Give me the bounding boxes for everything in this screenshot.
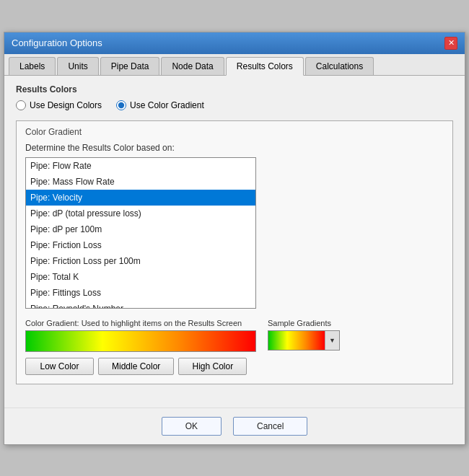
gradient-row: Color Gradient: Used to highlight items … — [25, 319, 444, 352]
sample-section: Sample Gradients ▼ — [268, 319, 340, 351]
title-bar: Configuration Options ✕ — [4, 32, 465, 54]
gradient-label: Color Gradient: Used to highlight items … — [25, 319, 256, 327]
gradient-bar — [25, 330, 256, 352]
dropdown-arrow-icon: ▼ — [325, 331, 339, 350]
color-gradient-group: Color Gradient Determine the Results Col… — [16, 120, 453, 384]
list-item[interactable]: Pipe: Velocity — [26, 190, 255, 206]
list-item[interactable]: Pipe: Fittings Loss — [26, 285, 255, 301]
list-item[interactable]: Pipe: Mass Flow Rate — [26, 174, 255, 190]
tab-bar: Labels Units Pipe Data Node Data Results… — [4, 54, 465, 76]
color-buttons: Low Color Middle Color High Color — [25, 358, 444, 375]
list-item[interactable]: Pipe: Friction Loss per 100m — [26, 253, 255, 269]
tab-pipe-data[interactable]: Pipe Data — [100, 57, 160, 75]
group-box-title: Color Gradient — [25, 127, 444, 137]
cancel-button[interactable]: Cancel — [233, 417, 307, 436]
list-item[interactable]: Pipe: dP per 100m — [26, 221, 255, 237]
high-color-button[interactable]: High Color — [178, 358, 247, 375]
section-title: Results Colors — [16, 84, 453, 94]
sample-gradient-preview — [268, 331, 325, 350]
sample-dropdown[interactable]: ▼ — [268, 330, 340, 351]
ok-button[interactable]: OK — [162, 417, 222, 436]
list-item[interactable]: Pipe: Flow Rate — [26, 158, 255, 174]
determine-label: Determine the Results Color based on: — [25, 143, 444, 153]
list-item[interactable]: Pipe: dP (total pressure loss) — [26, 206, 255, 221]
radio-color-gradient[interactable]: Use Color Gradient — [116, 100, 204, 110]
configuration-window: Configuration Options ✕ Labels Units Pip… — [4, 32, 465, 445]
radio-input-gradient[interactable] — [116, 100, 126, 110]
tab-units[interactable]: Units — [57, 57, 98, 75]
radio-gradient-label: Use Color Gradient — [130, 100, 204, 110]
tab-calculations[interactable]: Calculations — [305, 57, 374, 75]
list-item[interactable]: Pipe: Friction Loss — [26, 237, 255, 253]
close-button[interactable]: ✕ — [444, 37, 457, 50]
radio-group: Use Design Colors Use Color Gradient — [16, 100, 453, 110]
window-title: Configuration Options — [12, 38, 102, 48]
radio-input-design[interactable] — [16, 100, 26, 110]
list-item[interactable]: Pipe: Total K — [26, 269, 255, 285]
content-area: Results Colors Use Design Colors Use Col… — [4, 76, 465, 402]
radio-design-colors[interactable]: Use Design Colors — [16, 100, 102, 110]
close-icon: ✕ — [448, 38, 455, 48]
results-list[interactable]: Pipe: Flow RatePipe: Mass Flow RatePipe:… — [25, 157, 256, 309]
radio-design-label: Use Design Colors — [30, 100, 102, 110]
gradient-left: Color Gradient: Used to highlight items … — [25, 319, 256, 352]
tab-labels[interactable]: Labels — [9, 57, 56, 75]
footer: OK Cancel — [4, 407, 465, 444]
sample-label: Sample Gradients — [268, 319, 331, 327]
tab-results-colors[interactable]: Results Colors — [226, 57, 304, 76]
middle-color-button[interactable]: Middle Color — [98, 358, 174, 375]
gradient-section: Color Gradient: Used to highlight items … — [25, 319, 444, 375]
low-color-button[interactable]: Low Color — [25, 358, 94, 375]
tab-node-data[interactable]: Node Data — [161, 57, 224, 75]
list-item[interactable]: Pipe: Reynold's Number — [26, 301, 255, 309]
